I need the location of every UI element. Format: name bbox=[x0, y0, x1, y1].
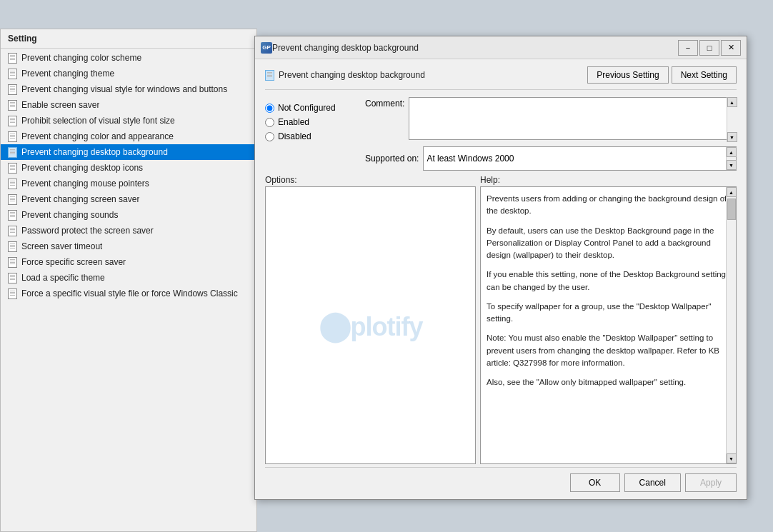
settings-item-icon bbox=[6, 241, 18, 252]
titlebar-buttons: − □ ✕ bbox=[678, 40, 741, 56]
supported-scroll-down[interactable]: ▼ bbox=[727, 160, 737, 170]
help-scrollbar: ▲ ▼ bbox=[726, 187, 736, 463]
scroll-down-arrow[interactable]: ▼ bbox=[727, 132, 737, 142]
settings-item-icon bbox=[6, 272, 18, 283]
dialog-header: Prevent changing desktop background Prev… bbox=[265, 66, 737, 90]
radio-disabled-label: Disabled bbox=[278, 131, 311, 141]
options-label: Options: bbox=[265, 175, 297, 185]
radio-disabled-input[interactable] bbox=[265, 132, 274, 141]
settings-list-panel: Setting Prevent changing color schemePre… bbox=[0, 29, 257, 532]
settings-list-item[interactable]: Force a specific visual style file or fo… bbox=[1, 286, 256, 301]
help-paragraph: If you enable this setting, none of the … bbox=[487, 268, 730, 293]
settings-item-label: Force a specific visual style file or fo… bbox=[21, 288, 238, 298]
radio-not-configured[interactable]: Not Configured bbox=[265, 103, 358, 113]
settings-item-icon bbox=[6, 131, 18, 142]
settings-item-label: Prevent changing visual style for window… bbox=[21, 84, 227, 94]
settings-list-item[interactable]: Prevent changing visual style for window… bbox=[1, 81, 256, 97]
settings-list-item[interactable]: Force specific screen saver bbox=[1, 254, 256, 270]
settings-list: Prevent changing color schemePrevent cha… bbox=[1, 49, 256, 303]
supported-value-text: At least Windows 2000 bbox=[427, 154, 514, 164]
nav-buttons: Previous Setting Next Setting bbox=[587, 66, 737, 84]
settings-item-label: Prevent changing theme bbox=[21, 69, 114, 79]
oh-labels-row: Options: Help: bbox=[265, 175, 737, 185]
settings-list-item[interactable]: Enable screen saver bbox=[1, 97, 256, 113]
scroll-up-arrow[interactable]: ▲ bbox=[727, 97, 737, 107]
settings-item-label: Prevent changing color scheme bbox=[21, 53, 141, 63]
supported-row: Supported on: At least Windows 2000 ▲ ▼ bbox=[365, 146, 737, 171]
settings-item-label: Force specific screen saver bbox=[21, 257, 126, 267]
ok-button[interactable]: OK bbox=[570, 473, 620, 492]
help-paragraph: Also, see the "Allow only bitmapped wall… bbox=[487, 376, 730, 388]
settings-item-icon bbox=[6, 146, 18, 158]
comment-label: Comment: bbox=[365, 97, 404, 109]
help-box: Prevents users from adding or changing t… bbox=[480, 186, 737, 464]
settings-item-icon bbox=[6, 115, 18, 126]
help-scroll-up[interactable]: ▲ bbox=[727, 187, 737, 197]
settings-item-icon bbox=[6, 68, 18, 79]
dialog-window: GP Prevent changing desktop background −… bbox=[254, 36, 747, 500]
comment-row: Comment: ▲ ▼ bbox=[365, 97, 737, 142]
settings-item-icon bbox=[6, 256, 18, 268]
options-label-container: Options: bbox=[265, 175, 476, 185]
radio-group: Not Configured Enabled Disabled bbox=[265, 103, 358, 141]
settings-item-label: Password protect the screen saver bbox=[21, 226, 154, 236]
settings-list-item[interactable]: Prevent changing desktop icons bbox=[1, 160, 256, 176]
settings-item-label: Prevent changing sounds bbox=[21, 210, 118, 220]
main-body-top: Not Configured Enabled Disabled bbox=[265, 97, 737, 171]
settings-list-item[interactable]: Prevent changing sounds bbox=[1, 207, 256, 223]
help-paragraph: To specify wallpaper for a group, use th… bbox=[487, 301, 730, 326]
settings-item-label: Prevent changing mouse pointers bbox=[21, 179, 149, 189]
supported-scroll-up[interactable]: ▲ bbox=[727, 147, 737, 157]
settings-item-icon bbox=[6, 194, 18, 205]
settings-list-item[interactable]: Prevent changing theme bbox=[1, 66, 256, 81]
options-box: ⬤plotify bbox=[265, 186, 476, 464]
right-info-panel: Comment: ▲ ▼ Supported on: bbox=[365, 97, 737, 171]
radio-disabled[interactable]: Disabled bbox=[265, 131, 358, 141]
help-scroll-down[interactable]: ▼ bbox=[727, 453, 737, 463]
help-scroll-track bbox=[727, 199, 736, 452]
help-paragraph: By default, users can use the Desktop Ba… bbox=[487, 225, 730, 262]
watermark-text: ⬤plotify bbox=[319, 308, 423, 343]
comment-scrollbar: ▲ ▼ bbox=[727, 97, 737, 142]
dialog-title-text: Prevent changing desktop background bbox=[272, 43, 678, 53]
settings-list-item[interactable]: Screen saver timeout bbox=[1, 239, 256, 254]
supported-scrollbar: ▲ ▼ bbox=[726, 147, 736, 170]
comment-input-wrapper: ▲ ▼ bbox=[409, 97, 737, 142]
next-setting-button[interactable]: Next Setting bbox=[672, 66, 737, 84]
settings-item-label: Load a specific theme bbox=[21, 273, 105, 283]
supported-label: Supported on: bbox=[365, 154, 419, 164]
settings-list-item[interactable]: Load a specific theme bbox=[1, 270, 256, 286]
settings-list-item[interactable]: Prevent changing mouse pointers bbox=[1, 176, 256, 191]
help-paragraph: Note: You must also enable the "Desktop … bbox=[487, 332, 730, 369]
radio-enabled[interactable]: Enabled bbox=[265, 117, 358, 127]
settings-list-item[interactable]: Prevent changing screen saver bbox=[1, 191, 256, 207]
oh-content-row: ⬤plotify Prevents users from adding or c… bbox=[265, 186, 737, 464]
settings-item-label: Prevent changing color and appearance bbox=[21, 131, 174, 141]
supported-value-box: At least Windows 2000 ▲ ▼ bbox=[423, 146, 737, 171]
minimize-button[interactable]: − bbox=[678, 40, 698, 56]
radio-enabled-input[interactable] bbox=[265, 118, 274, 127]
apply-button[interactable]: Apply bbox=[685, 473, 737, 492]
dialog-title-icon: GP bbox=[261, 42, 272, 54]
prev-setting-button[interactable]: Previous Setting bbox=[587, 66, 668, 84]
settings-list-item[interactable]: Prevent changing desktop background bbox=[1, 144, 256, 160]
radio-not-configured-input[interactable] bbox=[265, 104, 274, 113]
settings-list-item[interactable]: Prohibit selection of visual style font … bbox=[1, 113, 256, 129]
close-button[interactable]: ✕ bbox=[721, 40, 741, 56]
settings-item-label: Prevent changing desktop icons bbox=[21, 163, 143, 173]
comment-textarea[interactable] bbox=[409, 97, 737, 140]
radio-not-configured-label: Not Configured bbox=[278, 103, 336, 113]
cancel-button[interactable]: Cancel bbox=[624, 473, 681, 492]
dialog-header-left: Prevent changing desktop background bbox=[265, 70, 425, 81]
maximize-button[interactable]: □ bbox=[699, 40, 719, 56]
settings-list-item[interactable]: Prevent changing color scheme bbox=[1, 50, 256, 66]
settings-item-label: Prevent changing desktop background bbox=[21, 147, 168, 157]
settings-header: Setting bbox=[1, 29, 256, 49]
settings-list-item[interactable]: Password protect the screen saver bbox=[1, 223, 256, 239]
settings-item-icon bbox=[6, 99, 18, 111]
help-label-container: Help: bbox=[480, 175, 737, 185]
help-text: Prevents users from adding or changing t… bbox=[481, 187, 736, 463]
dialog-content: Prevent changing desktop background Prev… bbox=[255, 59, 747, 499]
settings-list-item[interactable]: Prevent changing color and appearance bbox=[1, 129, 256, 144]
help-scroll-thumb[interactable] bbox=[727, 199, 736, 220]
